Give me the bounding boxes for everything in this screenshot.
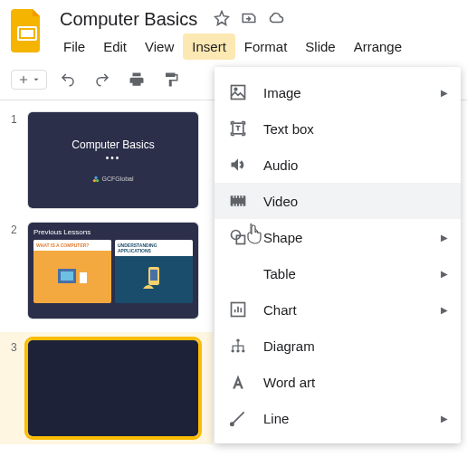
insert-table-label: Table xyxy=(263,266,296,281)
undo-button[interactable] xyxy=(54,67,81,92)
insert-audio-label: Audio xyxy=(263,157,298,173)
menu-slide[interactable]: Slide xyxy=(296,33,344,60)
submenu-arrow-icon: ▶ xyxy=(441,233,448,243)
thumbnail-row: 2 Previous Lessons WHAT IS A COMPUTER? U… xyxy=(11,222,213,319)
menubar: File Edit View Insert Format Slide Arran… xyxy=(54,33,456,60)
insert-video[interactable]: Video xyxy=(214,183,461,219)
thumbnail-row: 1 Computer Basics ••• GCFGlobal xyxy=(11,111,213,209)
insert-textbox-label: Text box xyxy=(263,121,314,137)
slide1-title: Computer Basics xyxy=(71,138,154,151)
video-icon xyxy=(229,192,247,210)
slide1-logo: GCFGlobal xyxy=(92,176,133,183)
insert-image-label: Image xyxy=(263,85,301,100)
svg-point-18 xyxy=(232,349,234,352)
insert-diagram[interactable]: Diagram xyxy=(214,328,461,364)
svg-point-11 xyxy=(234,88,237,90)
app-header: Computer Basics File Edit View Insert Fo… xyxy=(0,0,467,60)
svg-point-4 xyxy=(95,176,98,178)
cloud-status-icon[interactable] xyxy=(268,10,284,29)
print-button[interactable] xyxy=(123,67,150,92)
svg-rect-10 xyxy=(232,86,245,100)
menu-format[interactable]: Format xyxy=(235,33,297,60)
submenu-arrow-icon: ▶ xyxy=(441,88,448,98)
insert-line[interactable]: Line ▶ xyxy=(214,400,461,436)
textbox-icon xyxy=(229,119,247,138)
insert-textbox[interactable]: Text box xyxy=(214,110,461,147)
svg-rect-1 xyxy=(21,30,33,37)
insert-diagram-label: Diagram xyxy=(263,338,315,354)
chart-icon xyxy=(229,300,247,319)
star-icon[interactable] xyxy=(214,10,230,29)
line-icon xyxy=(229,409,247,427)
svg-point-19 xyxy=(236,349,239,352)
insert-line-label: Line xyxy=(263,411,289,426)
submenu-arrow-icon: ▶ xyxy=(441,305,448,315)
slide2-title: Previous Lessons xyxy=(33,228,193,236)
svg-rect-7 xyxy=(80,272,87,283)
insert-wordart-label: Word art xyxy=(263,375,315,390)
menu-edit[interactable]: Edit xyxy=(94,33,136,60)
audio-icon xyxy=(229,156,247,174)
insert-shape-label: Shape xyxy=(263,230,302,245)
slide-thumbnail-3[interactable] xyxy=(27,339,199,437)
insert-chart[interactable]: Chart ▶ xyxy=(214,291,461,328)
svg-point-3 xyxy=(96,179,99,182)
svg-point-20 xyxy=(242,349,244,352)
paint-format-button[interactable] xyxy=(157,67,185,92)
menu-insert[interactable]: Insert xyxy=(183,33,235,60)
slides-logo[interactable] xyxy=(11,9,43,52)
new-slide-button[interactable] xyxy=(11,70,47,90)
svg-point-17 xyxy=(236,339,239,342)
slide-thumbnail-1[interactable]: Computer Basics ••• GCFGlobal xyxy=(27,111,199,209)
thumbnail-row: 3 xyxy=(0,332,213,444)
svg-point-21 xyxy=(231,423,234,425)
wordart-icon xyxy=(229,373,247,391)
slide-thumbnails: 1 Computer Basics ••• GCFGlobal 2 Previo… xyxy=(0,100,213,444)
submenu-arrow-icon: ▶ xyxy=(441,414,448,424)
insert-audio[interactable]: Audio xyxy=(214,147,461,183)
insert-dropdown: Image ▶ Text box Audio Video Shape ▶ Tab… xyxy=(214,67,461,443)
insert-chart-label: Chart xyxy=(263,302,297,318)
slide-thumbnail-2[interactable]: Previous Lessons WHAT IS A COMPUTER? UND… xyxy=(27,222,199,319)
slide1-dots: ••• xyxy=(106,153,121,163)
insert-image[interactable]: Image ▶ xyxy=(214,74,461,110)
submenu-arrow-icon: ▶ xyxy=(441,269,448,279)
diagram-icon xyxy=(229,337,247,355)
document-title[interactable]: Computer Basics xyxy=(54,7,203,32)
move-icon[interactable] xyxy=(241,10,257,29)
cursor-pointer-icon xyxy=(243,222,262,242)
menu-file[interactable]: File xyxy=(54,33,94,60)
svg-point-2 xyxy=(93,179,96,182)
lesson-card: UNDERSTANDING APPLICATIONS xyxy=(115,240,193,303)
slide-number: 1 xyxy=(11,111,20,209)
image-icon xyxy=(229,83,247,101)
menu-view[interactable]: View xyxy=(136,33,183,60)
table-icon xyxy=(229,264,247,282)
insert-table[interactable]: Table ▶ xyxy=(214,255,461,291)
slide-number: 2 xyxy=(11,222,20,319)
svg-rect-6 xyxy=(61,271,73,281)
lesson-card: WHAT IS A COMPUTER? xyxy=(33,240,111,303)
slide-number: 3 xyxy=(11,339,20,437)
insert-wordart[interactable]: Word art xyxy=(214,364,461,400)
insert-video-label: Video xyxy=(263,194,298,209)
svg-rect-13 xyxy=(231,195,246,206)
menu-arrange[interactable]: Arrange xyxy=(345,33,411,60)
redo-button[interactable] xyxy=(89,67,116,92)
svg-rect-9 xyxy=(150,270,157,281)
